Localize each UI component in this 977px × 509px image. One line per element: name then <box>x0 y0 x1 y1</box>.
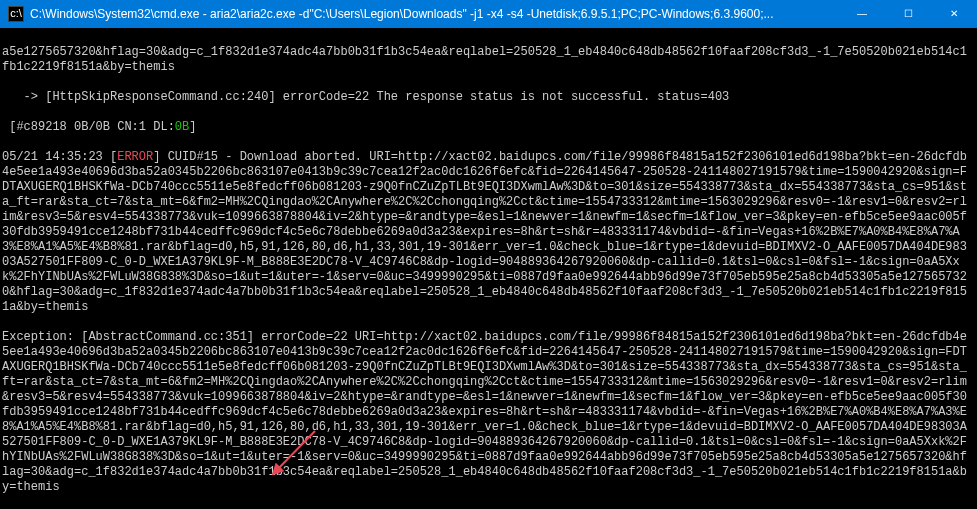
progress-prefix: [#c89218 0B/0B CN:1 DL: <box>2 120 175 134</box>
terminal-output[interactable]: a5e1275657320&hflag=30&adg=c_1f832d1e374… <box>0 28 977 509</box>
minimize-button[interactable]: — <box>839 0 885 28</box>
maximize-button[interactable]: ☐ <box>885 0 931 28</box>
log-line: [#c89218 0B/0B CN:1 DL:0B] <box>2 120 973 135</box>
window-titlebar[interactable]: c:\ C:\Windows\System32\cmd.exe - aria2\… <box>0 0 977 28</box>
progress-suffix: ] <box>189 120 196 134</box>
log-line: Exception: [AbstractCommand.cc:351] erro… <box>2 330 973 495</box>
error-body: ] CUID#15 - Download aborted. URI=http:/… <box>2 150 967 314</box>
window-controls: — ☐ ✕ <box>839 0 977 28</box>
timestamp: 05/21 14:35:23 [ <box>2 150 117 164</box>
progress-dl-value: 0B <box>175 120 189 134</box>
window-title: C:\Windows\System32\cmd.exe - aria2\aria… <box>30 7 839 22</box>
log-line: 05/21 14:35:23 [ERROR] CUID#15 - Downloa… <box>2 150 973 315</box>
error-tag: ERROR <box>117 150 153 164</box>
close-button[interactable]: ✕ <box>931 0 977 28</box>
log-line: -> [HttpSkipResponseCommand.cc:240] erro… <box>2 90 973 105</box>
log-line: a5e1275657320&hflag=30&adg=c_1f832d1e374… <box>2 45 973 75</box>
cmd-icon: c:\ <box>8 6 24 22</box>
